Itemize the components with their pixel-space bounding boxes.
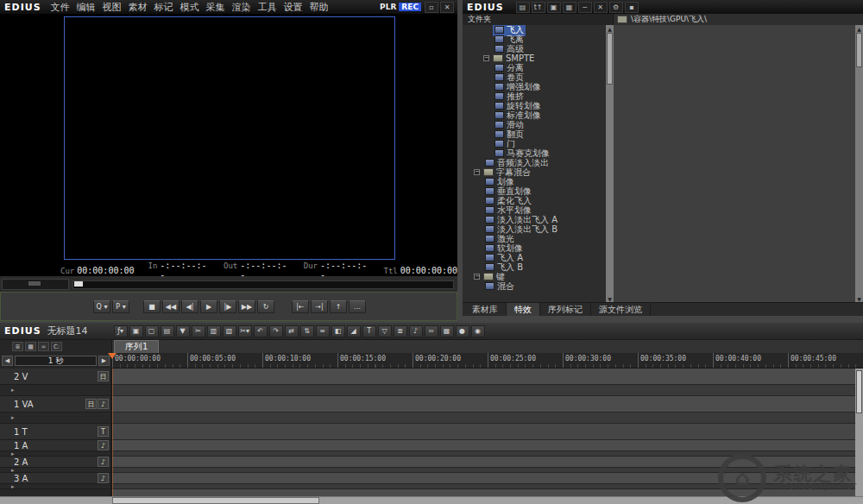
menu-item[interactable]: 编辑 bbox=[77, 1, 96, 14]
speaker-icon[interactable]: ♪ bbox=[98, 457, 109, 467]
tree-item[interactable]: −SMPTE bbox=[463, 54, 606, 63]
track-panel-icon[interactable]: ▦ bbox=[440, 325, 454, 337]
goto-out-button[interactable]: →| bbox=[311, 300, 328, 313]
tree-item[interactable]: 增强划像 bbox=[463, 82, 606, 91]
track-sublane[interactable] bbox=[112, 385, 855, 396]
timeline-ruler[interactable]: 00:00:00:0000:00:05:0000:00:10:0000:00:1… bbox=[112, 353, 863, 369]
new-window-icon[interactable]: ▣ bbox=[547, 2, 561, 13]
track-lane[interactable] bbox=[112, 369, 855, 385]
ripple-cut-icon[interactable]: ✂▾ bbox=[238, 325, 252, 337]
track-lane[interactable] bbox=[112, 424, 855, 440]
scroll-up-icon[interactable]: ▲ bbox=[857, 25, 861, 33]
tree-item[interactable]: 翻页 bbox=[463, 129, 606, 139]
more-button[interactable]: … bbox=[349, 300, 366, 313]
playhead[interactable] bbox=[108, 353, 117, 359]
overwrite-mode-icon[interactable]: ⇅ bbox=[300, 325, 314, 337]
track-header[interactable]: 2 V日 bbox=[0, 369, 110, 385]
palette-tab[interactable]: 序列标记 bbox=[540, 303, 591, 316]
track-menu-icon[interactable]: ≣ bbox=[12, 342, 23, 351]
track-lane[interactable] bbox=[112, 396, 855, 413]
track-sublane[interactable] bbox=[112, 413, 855, 424]
paste-icon[interactable]: ▧ bbox=[223, 325, 236, 337]
stop-button[interactable]: ■ bbox=[143, 300, 161, 313]
track-header[interactable]: 1 TT bbox=[0, 424, 110, 440]
tree-item[interactable]: 高级 bbox=[463, 44, 606, 54]
effects-menu-icon[interactable]: ƒ▾ bbox=[114, 325, 128, 337]
collapse-icon[interactable]: − bbox=[474, 169, 480, 175]
options-icon[interactable]: ▫ bbox=[425, 2, 438, 13]
palette-tab[interactable]: 特效 bbox=[507, 303, 540, 316]
copy-icon[interactable]: ▥ bbox=[207, 325, 221, 337]
close-icon[interactable]: ✕ bbox=[440, 2, 454, 13]
menu-item[interactable]: 模式 bbox=[180, 1, 199, 14]
palette-tab[interactable]: 源文件浏览 bbox=[591, 303, 651, 316]
expand-arrow-icon[interactable]: ▸ bbox=[11, 468, 15, 473]
menu-item[interactable]: 帮助 bbox=[310, 1, 329, 14]
menu-item[interactable]: 采集 bbox=[206, 1, 225, 14]
sync-mode-icon[interactable]: ≡ bbox=[316, 325, 330, 337]
track-subrow[interactable]: ▸ bbox=[0, 385, 110, 396]
shuttle-control[interactable] bbox=[2, 279, 69, 290]
settings-icon[interactable]: ⚙ bbox=[609, 2, 623, 13]
fast-forward-button[interactable]: ▶▶ bbox=[238, 300, 255, 313]
insert-mode-icon[interactable]: ⇄ bbox=[285, 325, 299, 337]
track-header[interactable]: 2 A♪ bbox=[0, 457, 110, 468]
prev-frame-button[interactable]: ◀| bbox=[181, 300, 198, 313]
content-scrollbar[interactable]: ▲ ▼ bbox=[855, 25, 863, 303]
video-track-icon[interactable]: 日 bbox=[85, 399, 97, 409]
content-scrollbar-thumb[interactable] bbox=[856, 33, 862, 67]
tree-scrollbar[interactable]: ▲ ▼ bbox=[606, 25, 614, 303]
track-header[interactable]: 1 A♪ bbox=[0, 440, 110, 451]
lock-icon[interactable]: ▪ bbox=[625, 2, 639, 13]
layout-icon[interactable]: ▦ bbox=[25, 342, 36, 351]
open-project-icon[interactable]: ▤ bbox=[161, 325, 174, 337]
scroll-up-icon[interactable]: ▲ bbox=[608, 25, 612, 33]
audio-fade-icon[interactable]: ◢ bbox=[347, 325, 361, 337]
record-icon[interactable]: ◉ bbox=[471, 325, 485, 337]
audio-mixer-icon[interactable]: ♪ bbox=[409, 325, 423, 337]
close-icon[interactable]: ✕ bbox=[594, 2, 608, 13]
add-clip-icon[interactable]: ▢ bbox=[145, 325, 159, 337]
shuttle-handle[interactable] bbox=[28, 281, 41, 286]
menu-item[interactable]: 标记 bbox=[154, 1, 173, 14]
timescale-value[interactable]: 1 秒 bbox=[15, 356, 97, 366]
tree-item[interactable]: 飞离 bbox=[463, 35, 606, 44]
redo-icon[interactable]: ↷ bbox=[269, 325, 283, 337]
menu-item[interactable]: 文件 bbox=[51, 1, 70, 14]
expand-arrow-icon[interactable]: ▸ bbox=[11, 387, 15, 393]
tree-item[interactable]: 滑动 bbox=[463, 120, 606, 129]
sync-icon[interactable]: C: bbox=[51, 342, 62, 351]
expand-arrow-icon[interactable]: ▸ bbox=[11, 415, 15, 420]
loop-button[interactable]: ↻ bbox=[257, 300, 274, 313]
seek-bar[interactable] bbox=[72, 280, 454, 289]
jog-q-button[interactable]: Q ▾ bbox=[93, 300, 110, 313]
collapse-icon[interactable]: − bbox=[483, 55, 489, 61]
cascade-icon[interactable]: ▦ bbox=[563, 2, 576, 13]
track-header[interactable]: 3 A♪ bbox=[0, 473, 110, 484]
new-folder-icon[interactable]: ▤ bbox=[516, 2, 530, 13]
save-project-icon[interactable]: ▼ bbox=[176, 325, 190, 337]
jog-p-button[interactable]: P ▾ bbox=[112, 300, 129, 313]
normalize-icon[interactable]: ≈ bbox=[425, 325, 438, 337]
speaker-icon[interactable]: ♪ bbox=[98, 440, 109, 450]
tree-scrollbar-thumb[interactable] bbox=[607, 33, 613, 85]
tree-item[interactable]: 分离 bbox=[463, 63, 606, 72]
expand-arrow-icon[interactable]: ▸ bbox=[11, 484, 15, 489]
track-lane[interactable] bbox=[112, 440, 855, 451]
marker-icon[interactable]: ▽ bbox=[378, 325, 392, 337]
title-mixer-icon[interactable]: T bbox=[362, 325, 376, 337]
capture-icon[interactable]: ▣ bbox=[129, 325, 143, 337]
expand-arrow-icon[interactable]: ▸ bbox=[11, 451, 15, 457]
menu-item[interactable]: 渲染 bbox=[232, 1, 251, 14]
speaker-icon[interactable]: ♪ bbox=[98, 399, 109, 409]
collapse-icon[interactable]: − bbox=[474, 274, 480, 280]
add-marker-button[interactable]: ↑ bbox=[330, 300, 347, 313]
play-button[interactable]: ▶ bbox=[200, 300, 217, 313]
title-track-icon[interactable]: T bbox=[98, 426, 109, 437]
plr-button[interactable]: PLR bbox=[380, 3, 396, 11]
tree-item[interactable]: 标准划像 bbox=[463, 110, 606, 120]
track-header[interactable]: 1 VA日♪ bbox=[0, 396, 110, 413]
add-transition-icon[interactable]: ◧ bbox=[331, 325, 345, 337]
menu-item[interactable]: 设置 bbox=[284, 1, 303, 14]
menu-item[interactable]: 工具 bbox=[258, 1, 277, 14]
